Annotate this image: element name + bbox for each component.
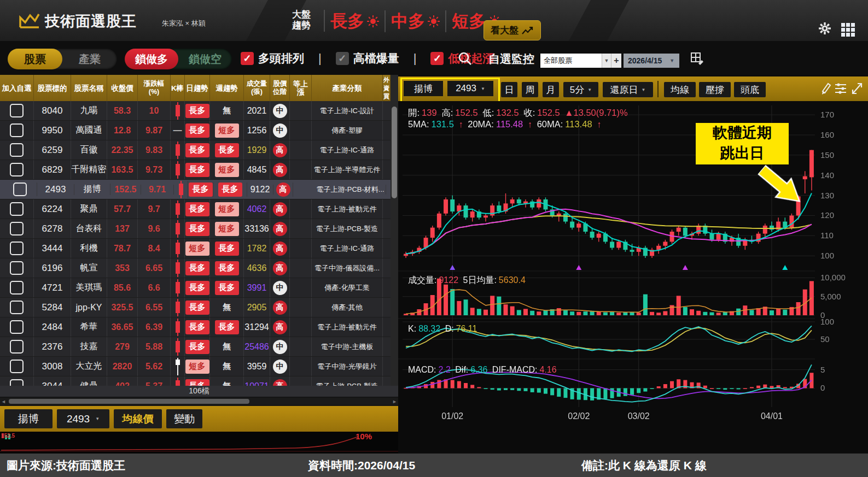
gear-icon[interactable] <box>818 22 831 35</box>
column-header-4[interactable]: 漲跌幅 (%) <box>138 75 171 101</box>
table-row-2493[interactable]: 2493揚博152.59.71長多長多9122高電子上游-PCB-材料... <box>0 180 391 199</box>
column-header-11[interactable]: 產業分類 <box>312 75 383 101</box>
lock-short-button[interactable]: 鎖做空 <box>178 49 232 69</box>
close-price: 22.35 <box>107 140 138 160</box>
date-select[interactable]: 2026/4/15 ▼ <box>624 54 679 68</box>
search-icon[interactable] <box>457 51 473 66</box>
column-header-12[interactable]: 外資買 <box>383 75 391 101</box>
column-header-0[interactable]: 加入自選 <box>0 75 34 101</box>
checkbox-icon[interactable]: ✓ <box>241 52 254 65</box>
checkbox-icon[interactable]: ✓ <box>430 52 444 65</box>
chart-stock-name-field[interactable]: 揚博 <box>404 81 443 96</box>
trend-badge: 長多 <box>215 261 239 275</box>
industry: 傳產-塑膠 <box>312 121 383 140</box>
industry: 電子中游-主機板 <box>312 337 383 356</box>
tool-button-2[interactable]: 頭底 <box>734 82 766 97</box>
row-checkbox[interactable] <box>10 163 24 176</box>
scroll-right-arrow[interactable]: ► <box>392 399 397 404</box>
bottom-stock-name[interactable]: 揚博 <box>4 409 53 428</box>
apps-grid-icon[interactable] <box>841 23 855 37</box>
table-row-6224[interactable]: 6224聚鼎57.79.7長多短多4062高電子上游-被動元件 <box>0 199 391 219</box>
filter-checkbox-0[interactable]: ✓多頭排列 <box>241 51 304 66</box>
view-market-button[interactable]: 看大盤 <box>483 20 541 40</box>
table-row-6278[interactable]: 6278台表科1379.6長多短多33136高電子上游-PCB-製造 <box>0 219 391 239</box>
table-row-3008[interactable]: 3008大立光28205.62短多無3959中電子中游-光學鏡片 <box>0 357 391 376</box>
column-header-6[interactable]: 日趨勢 <box>185 75 210 101</box>
row-checkbox[interactable] <box>10 379 24 386</box>
row-checkbox[interactable] <box>10 123 24 137</box>
close-price: 58.3 <box>107 101 138 120</box>
checkbox-icon[interactable]: ✓ <box>336 52 349 65</box>
scroll-left-arrow[interactable]: ◄ <box>1 399 6 404</box>
volume: 3991 <box>244 278 270 297</box>
table-row-3444[interactable]: 3444利機78.78.4短多長多1782高電子上游-IC-通路 <box>0 239 391 258</box>
row-checkbox[interactable] <box>10 242 24 255</box>
table-row-2376[interactable]: 2376技嘉2795.88長多無25486中電子中游-主機板 <box>0 337 391 357</box>
table-row-3044[interactable]: 3044健鼎4025.37長多無10071高電子上游-PCB-製造 <box>0 376 391 386</box>
table-row-2484[interactable]: 2484希華36.656.39長多長多31294高電子上游-被動元件 <box>0 317 391 337</box>
column-header-5[interactable]: K棒 <box>171 75 185 101</box>
volume: 1256 <box>244 121 270 140</box>
trend-badge-1: 中多 <box>391 10 440 33</box>
ma-price-button[interactable]: 均線價 <box>114 409 162 428</box>
restore-select[interactable]: 還原日 ▼ <box>603 82 653 97</box>
scrollbar-thumb[interactable] <box>392 107 397 198</box>
tool-button-0[interactable]: 均線 <box>664 82 696 97</box>
column-header-1[interactable]: 股票標的 <box>34 75 71 101</box>
row-checkbox[interactable] <box>10 261 24 275</box>
scrollbar-thumb[interactable] <box>9 399 249 404</box>
stock-name: 千附精密 <box>71 160 107 179</box>
period-button-月[interactable]: 月 <box>543 82 559 97</box>
tool-button-1[interactable]: 壓撐 <box>699 82 731 97</box>
row-checkbox[interactable] <box>10 340 24 354</box>
table-row-5284[interactable]: 5284jpp-KY325.56.55長多無2905高傳產-其他 <box>0 298 391 317</box>
table-row-6196[interactable]: 6196帆宣3536.65長多長多4636高電子中游-儀器設備... <box>0 258 391 278</box>
chart-stock-code-select[interactable]: 2493 ▼ <box>447 81 493 96</box>
add-watch-button[interactable]: + <box>611 54 621 68</box>
column-header-9[interactable]: 股價 位階 <box>270 75 290 101</box>
minute-select[interactable]: 5分 ▼ <box>563 82 598 97</box>
table-row-9950[interactable]: 9950萬國通12.89.87—長多短多1256中傳產-塑膠 <box>0 121 391 140</box>
table-row-6259[interactable]: 6259百徽22.359.83長多長多1929高電子上游-IC-通路 <box>0 140 391 160</box>
tab-industry[interactable]: 產業 <box>62 49 117 69</box>
trend-badge: 短多 <box>185 242 209 256</box>
table-row-4721[interactable]: 4721美琪瑪85.66.6長多長多3991中傳產-化學工業 <box>0 278 391 298</box>
column-header-10[interactable]: 等上漲 <box>290 75 312 101</box>
row-checkbox[interactable] <box>10 320 24 334</box>
column-header-8[interactable]: 成交量 (張) <box>244 75 270 101</box>
table-edit-icon[interactable] <box>690 52 704 66</box>
row-checkbox[interactable] <box>10 301 24 314</box>
period-button-周[interactable]: 周 <box>522 82 538 97</box>
column-header-2[interactable]: 股票名稱 <box>71 75 107 101</box>
chevron-down-icon[interactable]: ▼ <box>602 54 611 68</box>
row-checkbox[interactable] <box>10 202 24 216</box>
kbar-flat: — <box>173 126 182 136</box>
wait-rise <box>290 337 312 356</box>
industry: 電子上游-PCB-製造 <box>312 376 383 386</box>
sun-icon <box>367 15 379 27</box>
pencil-icon[interactable] <box>820 81 831 96</box>
volume: 31294 <box>244 317 270 337</box>
tab-stock[interactable]: 股票 <box>8 49 62 69</box>
row-checkbox[interactable] <box>10 104 24 117</box>
watch-select[interactable]: 全部股票 ▼ + <box>540 54 621 68</box>
column-header-3[interactable]: 收盤價 <box>107 75 138 101</box>
table-row-8040[interactable]: 8040九暘58.310長多無2021中電子上游-IC-設計 <box>0 101 391 121</box>
row-count-bar: 106檔 <box>0 386 398 397</box>
stock-chart-canvas[interactable] <box>398 101 868 432</box>
table-row-6829[interactable]: 6829千附精密163.59.73長多短多4845高電子上游-半導體元件 <box>0 160 391 180</box>
row-checkbox[interactable] <box>10 360 24 373</box>
change-button[interactable]: 變動 <box>166 409 202 428</box>
row-checkbox[interactable] <box>10 143 24 157</box>
column-header-7[interactable]: 週趨勢 <box>210 75 244 101</box>
row-checkbox[interactable] <box>13 182 27 196</box>
stock-code: 3008 <box>34 357 71 376</box>
row-checkbox[interactable] <box>10 222 24 235</box>
lock-long-button[interactable]: 鎖做多 <box>125 49 178 69</box>
row-checkbox[interactable] <box>10 281 24 295</box>
period-button-日[interactable]: 日 <box>501 82 517 97</box>
expand-icon[interactable] <box>851 82 863 95</box>
bottom-stock-code-select[interactable]: 2493 ▼ <box>57 409 109 428</box>
filter-checkbox-1[interactable]: ✓高檔爆量 <box>336 51 399 66</box>
sliders-icon[interactable] <box>835 82 847 95</box>
